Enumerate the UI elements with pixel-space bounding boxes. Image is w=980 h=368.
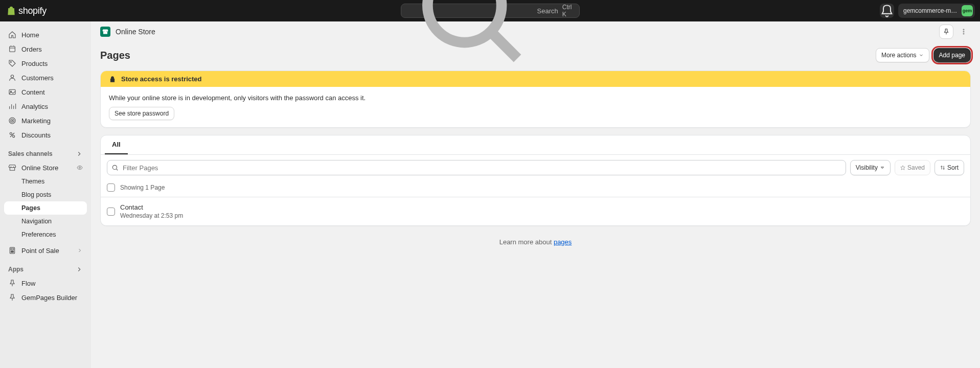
nav-home[interactable]: Home <box>4 28 87 42</box>
breadcrumb: Online Store <box>116 28 155 36</box>
nav-marketing[interactable]: Marketing <box>4 113 87 128</box>
store-badge-icon <box>102 29 108 35</box>
filter-input[interactable] <box>107 160 846 175</box>
svg-point-26 <box>963 31 964 32</box>
bell-icon <box>880 4 894 18</box>
learn-more: Learn more about pages <box>100 233 971 248</box>
nav-blog-posts[interactable]: Blog posts <box>4 188 87 201</box>
customers-icon <box>8 74 16 82</box>
nav-label: Flow <box>21 280 35 287</box>
filter-input-wrap <box>107 160 846 175</box>
tab-all[interactable]: All <box>105 135 128 154</box>
svg-marker-30 <box>881 167 883 169</box>
svg-rect-2 <box>10 47 15 52</box>
nav-app-flow[interactable]: Flow <box>4 276 87 290</box>
pos-icon <box>8 246 16 255</box>
more-button[interactable] <box>956 25 971 39</box>
nav-label: Orders <box>21 45 42 53</box>
svg-point-19 <box>11 252 11 252</box>
svg-line-12 <box>10 133 14 137</box>
svg-point-8 <box>11 119 14 123</box>
products-icon <box>8 59 16 67</box>
search-placeholder: Search <box>537 7 558 15</box>
search-icon <box>111 164 119 171</box>
svg-point-21 <box>13 252 13 252</box>
nav-products[interactable]: Products <box>4 56 87 71</box>
nav-label: GemPages Builder <box>21 294 77 302</box>
pages-list-card: All Visibility Saved <box>100 135 971 226</box>
svg-point-10 <box>10 132 12 134</box>
restriction-body: While your online store is in developmen… <box>109 94 962 102</box>
nav-pages[interactable]: Pages <box>4 201 87 215</box>
add-page-button[interactable]: Add page <box>933 48 971 62</box>
nav-themes[interactable]: Themes <box>4 175 87 188</box>
store-switcher[interactable]: gemcommerce-marke... gem <box>898 4 975 18</box>
nav-discounts[interactable]: Discounts <box>4 128 87 142</box>
sort-icon <box>940 165 945 170</box>
nav-customers[interactable]: Customers <box>4 71 87 85</box>
title-row: Pages More actions Add page <box>100 48 971 62</box>
learn-more-link[interactable]: pages <box>554 238 572 246</box>
page-row[interactable]: Contact Wednesday at 2:53 pm <box>101 197 970 225</box>
row-title: Contact <box>120 203 183 211</box>
global-search[interactable]: Search Ctrl K <box>401 4 580 18</box>
svg-point-9 <box>12 120 13 121</box>
nav-label: Content <box>21 88 45 96</box>
svg-point-20 <box>12 252 12 252</box>
row-subtitle: Wednesday at 2:53 pm <box>120 212 183 219</box>
nav-online-store[interactable]: Online Store <box>4 160 87 175</box>
select-all-checkbox[interactable] <box>107 183 115 192</box>
nav-label: Products <box>21 60 48 67</box>
svg-rect-15 <box>11 248 13 250</box>
nav-content[interactable]: Content <box>4 85 87 99</box>
page-title: Pages <box>100 50 130 61</box>
saved-button[interactable]: Saved <box>895 160 930 175</box>
see-password-button[interactable]: See store password <box>109 107 174 120</box>
sales-channels-header[interactable]: Sales channels <box>4 147 87 160</box>
home-icon <box>8 31 16 39</box>
notifications-button[interactable] <box>880 4 894 18</box>
lock-icon <box>109 76 116 83</box>
nav-orders[interactable]: Orders <box>4 42 87 56</box>
topbar: shopify Search Ctrl K gemcommerce-marke.… <box>0 0 980 21</box>
svg-point-27 <box>963 33 964 34</box>
visibility-filter[interactable]: Visibility <box>850 160 891 175</box>
pin-icon <box>943 28 950 35</box>
kebab-icon <box>960 28 967 35</box>
nav-label: Marketing <box>21 117 51 125</box>
svg-point-18 <box>13 251 13 251</box>
nav-app-gempages[interactable]: GemPages Builder <box>4 290 87 305</box>
pin-button[interactable] <box>939 25 953 39</box>
showing-count: Showing 1 Page <box>120 184 165 191</box>
row-checkbox[interactable] <box>107 208 115 216</box>
discounts-icon <box>8 131 16 139</box>
banner-text: Store access is restricted <box>121 75 202 83</box>
content-icon <box>8 88 16 96</box>
search-shortcut: Ctrl K <box>562 4 574 18</box>
nav-label: Home <box>21 31 39 39</box>
restriction-banner: Store access is restricted <box>101 71 970 87</box>
svg-point-7 <box>9 118 15 124</box>
apps-header[interactable]: Apps <box>4 263 87 276</box>
svg-marker-31 <box>901 166 905 170</box>
nav-navigation[interactable]: Navigation <box>4 215 87 228</box>
chevron-right-icon <box>77 247 83 254</box>
svg-line-1 <box>491 32 517 58</box>
page-header: Online Store <box>91 21 980 42</box>
more-actions-button[interactable]: More actions <box>876 48 929 62</box>
nav-label: Customers <box>21 74 54 82</box>
brand-logo[interactable]: shopify <box>6 5 47 16</box>
svg-point-17 <box>12 251 12 251</box>
svg-line-29 <box>116 169 118 170</box>
nav-point-of-sale[interactable]: Point of Sale <box>4 243 87 258</box>
orders-icon <box>8 45 16 53</box>
store-icon <box>8 164 16 172</box>
nav-label: Online Store <box>21 164 58 172</box>
sidebar: Home Orders Products Customers Content A… <box>0 21 91 368</box>
nav-label: Analytics <box>21 103 48 110</box>
search-icon <box>406 0 533 74</box>
sort-button[interactable]: Sort <box>935 160 964 175</box>
nav-analytics[interactable]: Analytics <box>4 99 87 113</box>
svg-point-4 <box>11 75 13 78</box>
nav-preferences[interactable]: Preferences <box>4 228 87 241</box>
